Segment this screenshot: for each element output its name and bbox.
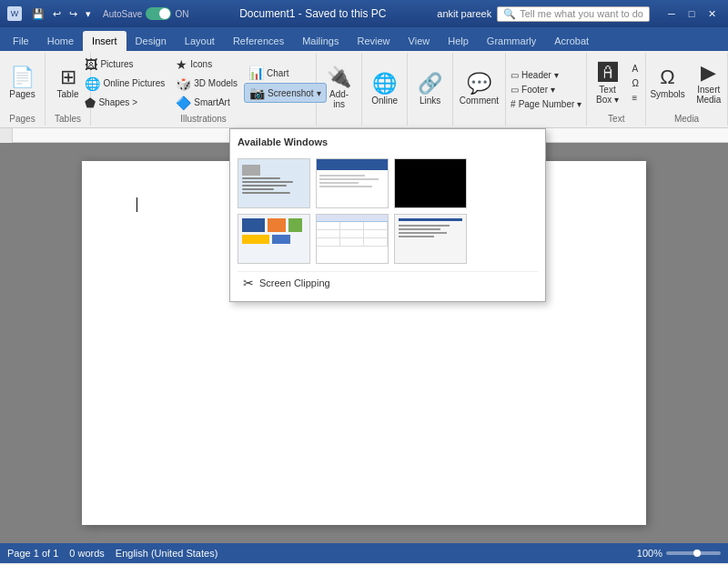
- thumbnail-2-inner: [317, 159, 388, 207]
- tab-mailings[interactable]: Mailings: [293, 31, 348, 51]
- chart-label: Chart: [267, 68, 288, 78]
- addins-button[interactable]: 🔌 Add- ins: [321, 62, 358, 115]
- icons-label: Icons: [190, 59, 212, 69]
- title-bar-right: ankit pareek 🔍 Tell me what you want to …: [437, 5, 721, 23]
- online-pictures-button[interactable]: 🌐 Online Pictures: [80, 75, 169, 93]
- undo-btn[interactable]: ↩: [50, 6, 64, 22]
- links-button[interactable]: 🔗 Links: [412, 63, 449, 116]
- zoom-thumb: [693, 550, 701, 557]
- thumb1-line3: [242, 185, 287, 187]
- screenshot-button[interactable]: 📷 Screenshot ▾: [244, 83, 327, 103]
- zoom-level: 100%: [637, 548, 662, 559]
- text-group-label: Text: [608, 114, 624, 124]
- pictures-icon: 🖼: [85, 57, 97, 72]
- tab-help[interactable]: Help: [439, 31, 478, 51]
- thumbnail-5[interactable]: [316, 214, 389, 264]
- pages-icon: 📄: [10, 67, 35, 87]
- thumbnail-3[interactable]: [394, 158, 467, 208]
- insert-media-button[interactable]: ▶ Insert Media: [691, 57, 727, 110]
- tab-file[interactable]: File: [4, 31, 38, 51]
- screen-clipping-option[interactable]: ✂ Screen Clipping: [238, 271, 538, 294]
- thumb4-el2: [268, 218, 286, 232]
- 3d-models-label: 3D Models: [194, 78, 238, 88]
- autosave-toggle[interactable]: [146, 7, 171, 20]
- status-bar-right: 100%: [637, 548, 721, 559]
- tab-layout[interactable]: Layout: [176, 31, 224, 51]
- 3d-models-button[interactable]: 🎲 3D Models: [171, 75, 242, 93]
- maximize-btn[interactable]: □: [682, 5, 701, 23]
- icons-icon: ★: [176, 57, 187, 72]
- text-box-icon: 🅰: [598, 63, 618, 83]
- smartart-label: SmartArt: [194, 97, 229, 107]
- clipping-icon: ✂: [243, 276, 254, 290]
- close-btn[interactable]: ✕: [703, 5, 721, 23]
- text-box-label: Text: [599, 85, 615, 95]
- zoom-area: 100%: [637, 548, 721, 559]
- symbols-group-label: Media: [674, 114, 699, 124]
- thumbnail-4[interactable]: [238, 214, 310, 264]
- page-number-button[interactable]: # Page Number ▾: [506, 97, 586, 111]
- chart-button[interactable]: 📊 Chart: [244, 64, 327, 82]
- tab-view[interactable]: View: [399, 31, 440, 51]
- text-box-button[interactable]: 🅰 Text Box ▾: [590, 57, 626, 110]
- tab-design[interactable]: Design: [126, 31, 176, 51]
- screenshot-icon: 📷: [249, 86, 265, 100]
- title-bar: W 💾 ↩ ↪ ▾ AutoSave ON Document1 - Saved …: [0, 0, 728, 27]
- links-label: Links: [420, 96, 440, 106]
- text-format-btn1[interactable]: A: [628, 62, 643, 76]
- icons-button[interactable]: ★ Icons: [171, 55, 242, 74]
- shapes-button[interactable]: ⬟ Shapes >: [80, 94, 169, 112]
- save-quick-btn[interactable]: 💾: [29, 6, 47, 22]
- screenshot-dropdown-panel: Available Windows: [229, 128, 546, 302]
- symbols-button[interactable]: Ω Symbols: [646, 57, 688, 110]
- symbols-icon: Ω: [660, 67, 674, 87]
- thumb2-line3: [319, 182, 359, 184]
- thumb2-header: [317, 159, 388, 170]
- thumb6-line2: [399, 228, 440, 230]
- thumbnail-1[interactable]: [238, 158, 310, 208]
- thumb1-line5: [242, 192, 290, 194]
- minimize-btn[interactable]: ─: [662, 5, 681, 23]
- thumb5-row1: [317, 222, 388, 230]
- thumbnail-1-inner: [238, 159, 309, 207]
- thumbnail-6-inner: [395, 215, 466, 263]
- dropdown-panel-title: Available Windows: [238, 136, 538, 151]
- text-box-label2: Box ▾: [596, 95, 619, 105]
- addins-label2: ins: [333, 99, 345, 109]
- redo-btn[interactable]: ↪: [66, 6, 80, 22]
- tab-insert[interactable]: Insert: [83, 31, 126, 51]
- links-group-content: 🔗 Links: [412, 55, 449, 124]
- text-format-btn2[interactable]: Ω: [628, 76, 643, 90]
- online-button[interactable]: 🌐 Online: [367, 63, 403, 116]
- header-button[interactable]: ▭ Header ▾: [506, 68, 586, 82]
- thumbnail-6[interactable]: [394, 214, 467, 264]
- online-icon: 🌐: [372, 74, 397, 94]
- header-icon: ▭: [511, 70, 519, 80]
- tab-grammarly[interactable]: Grammarly: [478, 31, 545, 51]
- zoom-slider[interactable]: [666, 551, 721, 555]
- thumbnail-2[interactable]: [316, 158, 389, 208]
- tab-references[interactable]: References: [224, 31, 293, 51]
- header-footer-col: ▭ Header ▾ ▭ Footer ▾ # Page Number ▾: [506, 68, 586, 111]
- text-group: 🅰 Text Box ▾ A Ω ≡ Text: [587, 53, 646, 126]
- status-bar: Page 1 of 1 0 words English (United Stat…: [0, 543, 728, 563]
- smartart-button[interactable]: 🔷 SmartArt: [171, 94, 242, 112]
- footer-button[interactable]: ▭ Footer ▾: [506, 83, 586, 96]
- addins-icon: 🔌: [327, 67, 351, 87]
- tab-home[interactable]: Home: [38, 31, 83, 51]
- pages-button[interactable]: 📄 Pages: [5, 57, 41, 110]
- tell-me-input[interactable]: 🔍 Tell me what you want to do: [497, 6, 650, 22]
- pictures-button[interactable]: 🖼 Pictures: [80, 55, 169, 74]
- ruler-corner: [0, 128, 13, 143]
- title-bar-left: W 💾 ↩ ↪ ▾ AutoSave ON: [7, 6, 188, 22]
- illustrations-group: 🖼 Pictures 🌐 Online Pictures ⬟ Shapes > …: [91, 53, 317, 126]
- tab-acrobat[interactable]: Acrobat: [545, 31, 598, 51]
- quick-access-toolbar: 💾 ↩ ↪ ▾: [29, 6, 94, 22]
- illustrations-col3: 📊 Chart 📷 Screenshot ▾: [244, 64, 327, 103]
- comment-button[interactable]: 💬 Comment: [456, 63, 502, 116]
- online-pictures-label: Online Pictures: [103, 78, 165, 88]
- tab-review[interactable]: Review: [349, 31, 399, 51]
- text-col: A Ω ≡: [628, 62, 643, 105]
- customize-qa-btn[interactable]: ▾: [83, 6, 94, 22]
- text-format-btn3[interactable]: ≡: [628, 91, 643, 105]
